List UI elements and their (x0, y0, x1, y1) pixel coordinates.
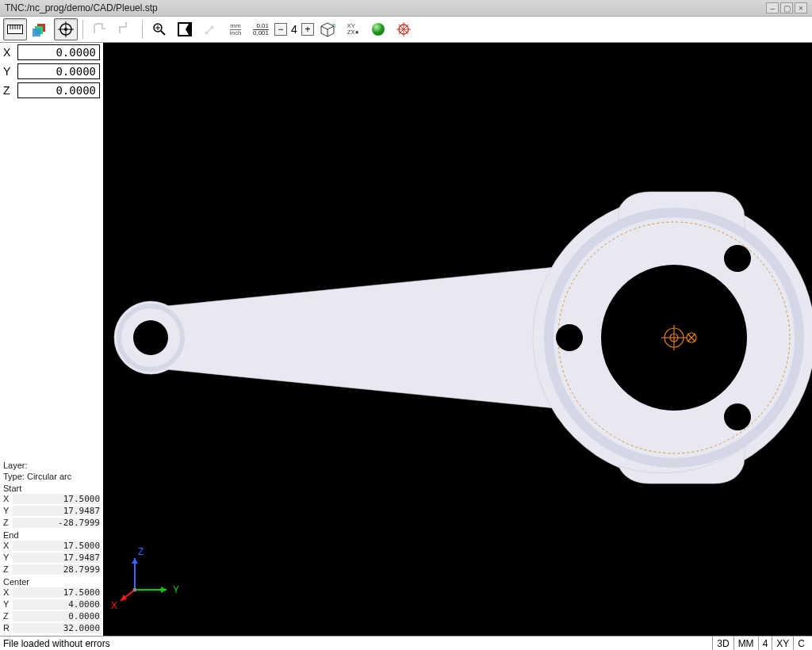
status-light (366, 18, 390, 40)
svg-marker-54 (121, 595, 127, 601)
origin-button[interactable] (54, 18, 78, 40)
svg-point-39 (724, 403, 751, 430)
layers-icon (33, 22, 48, 36)
title-bar: TNC:/nc_prog/demo/CAD/Pleuel.stp – ▢ × (0, 0, 812, 16)
info-start-z: -28.7999 (13, 518, 100, 528)
svg-marker-48 (161, 587, 167, 593)
invert-colors-button[interactable] (173, 18, 197, 40)
info-type-label: Type: (3, 472, 25, 481)
svg-point-38 (724, 245, 751, 272)
element-info-panel: Layer: Type: Circular arc Start X17.5000… (0, 458, 103, 636)
zoom-window-button[interactable] (147, 18, 171, 40)
coord-z-value[interactable]: 0.0000 (17, 82, 100, 98)
green-sphere-icon (371, 22, 385, 36)
sidebar: X 0.0000 Y 0.0000 Z 0.0000 Layer: Type: … (0, 43, 103, 636)
datum-crosshair-icon (396, 21, 412, 37)
info-type-value: Circular arc (27, 472, 100, 481)
info-start-header: Start (3, 482, 100, 493)
maximize-button[interactable]: ▢ (780, 2, 793, 13)
layers-button[interactable] (29, 18, 52, 40)
contour-export-icon (93, 22, 107, 36)
step-controls: − 4 + (274, 23, 314, 36)
coord-z-label: Z (3, 84, 14, 97)
info-end-x: 17.5000 (13, 541, 100, 551)
coord-y-value[interactable]: 0.0000 (17, 63, 100, 79)
points-export-icon (118, 22, 132, 36)
coord-y-label: Y (3, 65, 14, 78)
status-cell-plane[interactable]: XY (772, 637, 793, 651)
minimize-button[interactable]: – (766, 2, 779, 13)
plane-xy-icon: XY ZX● (347, 23, 358, 36)
svg-text:Y: Y (173, 584, 179, 595)
flag-icon (178, 22, 192, 36)
ruler-toggle-button[interactable] (3, 18, 27, 40)
coord-z-row: Z 0.0000 (0, 81, 103, 100)
info-start-x: 17.5000 (13, 494, 100, 504)
toolbar: mm inch 0,01 0,001 − 4 + XY ZX● (0, 16, 812, 43)
status-message: File loaded without errors (3, 638, 712, 649)
units-toggle-button[interactable]: mm inch (224, 18, 247, 40)
info-center-header: Center (3, 575, 100, 587)
svg-point-23 (372, 23, 385, 36)
precision-button[interactable]: 0,01 0,001 (249, 18, 273, 40)
window-title: TNC:/nc_prog/demo/CAD/Pleuel.stp (5, 2, 766, 13)
coord-y-row: Y 0.0000 (0, 62, 103, 81)
info-end-header: End (3, 529, 100, 540)
cad-viewport[interactable]: Y Z X (103, 43, 812, 636)
view-cube-button[interactable] (316, 18, 339, 40)
svg-marker-14 (124, 22, 128, 25)
measure-button[interactable] (198, 18, 222, 40)
step-minus-button[interactable]: − (274, 23, 287, 36)
step-plus-button[interactable]: + (301, 23, 314, 36)
info-end-z: 28.7999 (13, 564, 100, 575)
status-bar: File loaded without errors 3D MM 4 XY C (0, 636, 812, 650)
coord-x-row: X 0.0000 (0, 43, 103, 62)
coord-x-label: X (3, 46, 14, 59)
status-cell-mm[interactable]: MM (733, 637, 758, 651)
plane-select-button[interactable]: XY ZX● (341, 18, 365, 40)
info-center-y: 4.0000 (13, 599, 100, 610)
svg-line-16 (161, 31, 165, 35)
export-points-button[interactable] (113, 18, 137, 40)
svg-point-37 (556, 324, 583, 351)
cube-icon (320, 21, 335, 37)
svg-rect-9 (33, 29, 40, 36)
close-button[interactable]: × (795, 2, 807, 13)
info-center-z: 0.0000 (13, 611, 100, 621)
coord-x-value[interactable]: 0.0000 (17, 44, 100, 60)
svg-point-56 (133, 588, 137, 592)
cad-model-render: Y Z X (103, 43, 812, 636)
step-value: 4 (289, 23, 300, 36)
datum-reset-button[interactable] (392, 18, 416, 40)
ruler-icon (6, 22, 24, 36)
info-layer-label: Layer: (3, 461, 28, 470)
svg-point-36 (133, 320, 168, 355)
info-center-r: 32.0000 (13, 623, 100, 633)
svg-marker-51 (132, 558, 138, 564)
mm-inch-icon: mm inch (230, 23, 242, 36)
info-start-y: 17.9487 (13, 506, 100, 516)
svg-point-13 (64, 28, 67, 31)
magnifier-plus-icon (152, 22, 167, 36)
status-cell-precision[interactable]: 4 (758, 637, 772, 651)
info-layer-value (44, 461, 100, 470)
svg-text:X: X (111, 600, 117, 611)
crosshair-target-icon (58, 21, 74, 37)
export-contour-button[interactable] (88, 18, 112, 40)
status-cell-c[interactable]: C (793, 637, 809, 651)
svg-text:Z: Z (138, 546, 144, 557)
caliper-icon (203, 22, 217, 36)
info-center-x: 17.5000 (13, 587, 100, 598)
status-cell-3d[interactable]: 3D (712, 637, 733, 651)
info-end-y: 17.9487 (13, 552, 100, 563)
